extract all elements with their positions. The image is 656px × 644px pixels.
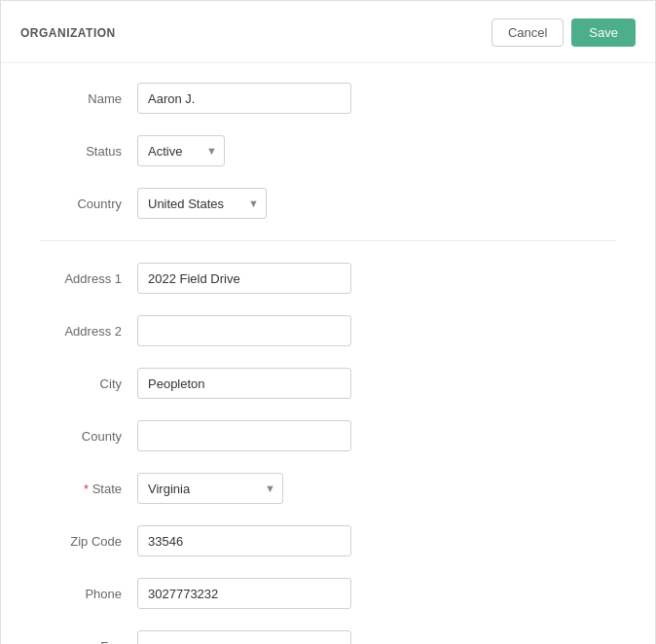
address1-label: Address 1 bbox=[40, 271, 137, 286]
status-row: Status Active Inactive ▼ bbox=[40, 135, 616, 166]
county-input[interactable] bbox=[137, 420, 351, 451]
status-select[interactable]: Active Inactive bbox=[137, 135, 225, 166]
address1-input[interactable] bbox=[137, 263, 351, 294]
address2-input[interactable] bbox=[137, 315, 351, 346]
form-body: Name Status Active Inactive ▼ Country Un… bbox=[1, 63, 655, 644]
city-input[interactable] bbox=[137, 368, 351, 399]
zipcode-row: Zip Code bbox=[40, 525, 616, 556]
state-select-wrapper: Virginia California New York Texas Flori… bbox=[137, 473, 283, 504]
name-label: Name bbox=[40, 91, 137, 106]
county-label: County bbox=[40, 429, 137, 444]
address2-label: Address 2 bbox=[40, 324, 137, 339]
country-label: Country bbox=[40, 197, 137, 211]
country-row: Country United States Canada United King… bbox=[40, 188, 616, 219]
fax-input[interactable] bbox=[137, 630, 351, 644]
county-row: County bbox=[40, 420, 616, 451]
page-container: ORGANIZATION Cancel Save Name Status Act… bbox=[0, 0, 656, 644]
name-row: Name bbox=[40, 83, 616, 114]
address1-row: Address 1 bbox=[40, 263, 616, 294]
header: ORGANIZATION Cancel Save bbox=[1, 1, 655, 63]
address2-row: Address 2 bbox=[40, 315, 616, 346]
page-title: ORGANIZATION bbox=[20, 26, 116, 40]
country-select[interactable]: United States Canada United Kingdom bbox=[137, 188, 267, 219]
save-button[interactable]: Save bbox=[571, 18, 636, 47]
city-row: City bbox=[40, 368, 616, 399]
state-select[interactable]: Virginia California New York Texas Flori… bbox=[137, 473, 283, 504]
fax-label: Fax bbox=[40, 639, 137, 645]
section-divider bbox=[40, 240, 616, 241]
status-label: Status bbox=[40, 144, 137, 159]
state-row: State Virginia California New York Texas… bbox=[40, 473, 616, 504]
phone-row: Phone bbox=[40, 578, 616, 609]
zipcode-label: Zip Code bbox=[40, 534, 137, 549]
city-label: City bbox=[40, 376, 137, 391]
phone-input[interactable] bbox=[137, 578, 351, 609]
status-select-wrapper: Active Inactive ▼ bbox=[137, 135, 225, 166]
cancel-button[interactable]: Cancel bbox=[492, 18, 564, 47]
phone-label: Phone bbox=[40, 587, 137, 601]
header-buttons: Cancel Save bbox=[492, 18, 636, 47]
name-input[interactable] bbox=[137, 83, 351, 114]
zipcode-input[interactable] bbox=[137, 525, 351, 556]
country-select-wrapper: United States Canada United Kingdom ▼ bbox=[137, 188, 267, 219]
fax-row: Fax bbox=[40, 630, 616, 644]
state-label: State bbox=[40, 482, 137, 496]
